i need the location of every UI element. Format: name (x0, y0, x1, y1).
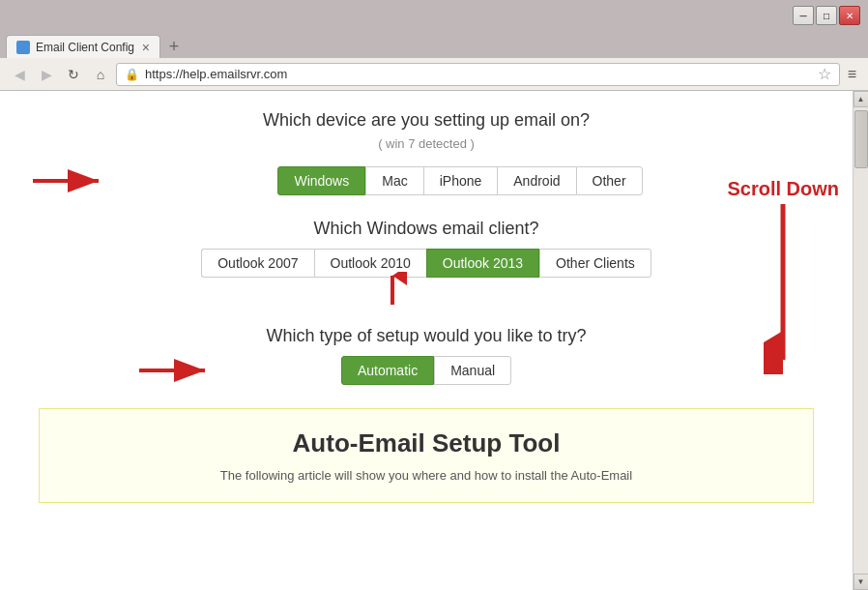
window-controls[interactable]: ─ □ ✕ (793, 6, 860, 25)
scroll-down-annotation: Scroll Down (727, 178, 839, 374)
question3-text: Which type of setup would you like to tr… (39, 326, 814, 346)
client-arrow-annotation (378, 272, 407, 310)
device-button-group: Windows Mac iPhone Android Other (39, 166, 814, 195)
nav-bar: ◀ ▶ ↻ ⌂ 🔒 https://help.emailsrvr.com ☆ ≡ (0, 58, 868, 91)
scroll-down-arrow-icon (764, 200, 802, 374)
device-section: Which device are you setting up email on… (39, 110, 814, 195)
other-clients-button[interactable]: Other Clients (539, 249, 651, 278)
url-text: https://help.emailsrvr.com (145, 67, 812, 81)
scroll-track[interactable] (854, 107, 869, 574)
address-bar[interactable]: 🔒 https://help.emailsrvr.com ☆ (116, 63, 840, 86)
reload-button[interactable]: ↻ (62, 63, 85, 86)
outlook2013-button[interactable]: Outlook 2013 (426, 249, 539, 278)
browser-menu-icon[interactable]: ≡ (844, 66, 860, 83)
scroll-down-button[interactable]: ▼ (854, 574, 869, 590)
yellow-box-title: Auto-Email Setup Tool (59, 428, 794, 458)
detected-text: ( win 7 detected ) (39, 136, 814, 151)
up-arrow-icon (378, 272, 407, 307)
outlook2010-button[interactable]: Outlook 2010 (314, 249, 426, 278)
mac-button[interactable]: Mac (365, 166, 422, 195)
android-button[interactable]: Android (497, 166, 575, 195)
setup-buttons: Automatic Manual (341, 356, 511, 385)
home-button[interactable]: ⌂ (89, 63, 112, 86)
right-arrow-icon (29, 163, 106, 198)
automatic-button[interactable]: Automatic (341, 356, 434, 385)
browser-tab[interactable]: Email Client Config × (6, 35, 160, 58)
iphone-button[interactable]: iPhone (423, 166, 498, 195)
scroll-up-button[interactable]: ▲ (854, 91, 869, 107)
client-buttons: Outlook 2007 Outlook 2010 Outlook 2013 O… (201, 249, 651, 278)
scrollbar[interactable]: ▲ ▼ (853, 91, 868, 590)
scroll-thumb[interactable] (854, 110, 868, 168)
outlook2007-button[interactable]: Outlook 2007 (201, 249, 313, 278)
content-area: Which device are you setting up email on… (0, 91, 853, 590)
right-arrow-2-icon (135, 353, 213, 388)
page-content: Which device are you setting up email on… (0, 91, 868, 590)
tab-close-button[interactable]: × (142, 41, 150, 54)
lock-icon: 🔒 (125, 68, 139, 81)
forward-button[interactable]: ▶ (35, 63, 58, 86)
tab-bar: Email Client Config × + (0, 31, 868, 58)
device-buttons: Windows Mac iPhone Android Other (277, 166, 642, 195)
windows-button[interactable]: Windows (277, 166, 365, 195)
maximize-button[interactable]: □ (816, 6, 837, 25)
back-button[interactable]: ◀ (8, 63, 31, 86)
yellow-info-box: Auto-Email Setup Tool The following arti… (39, 408, 814, 503)
setup-button-group: Automatic Manual (39, 356, 814, 385)
tab-favicon (16, 41, 30, 54)
client-button-group: Outlook 2007 Outlook 2010 Outlook 2013 O… (39, 249, 814, 278)
title-bar (0, 0, 868, 31)
client-section: Which Windows email client? Outlook 2007… (39, 219, 814, 278)
scroll-down-text: Scroll Down (727, 178, 839, 200)
setup-arrow-annotation (135, 353, 213, 388)
setup-section: Which type of setup would you like to tr… (39, 326, 814, 385)
yellow-box-desc: The following article will show you wher… (59, 468, 794, 483)
new-tab-button[interactable]: + (160, 35, 188, 58)
question2-text: Which Windows email client? (39, 219, 814, 239)
bookmark-star-icon[interactable]: ☆ (818, 65, 831, 83)
question1-text: Which device are you setting up email on… (39, 110, 814, 131)
close-button[interactable]: ✕ (839, 6, 860, 25)
other-button[interactable]: Other (576, 166, 643, 195)
manual-button[interactable]: Manual (434, 356, 511, 385)
tab-label: Email Client Config (36, 41, 136, 54)
device-arrow-annotation (29, 163, 106, 198)
minimize-button[interactable]: ─ (793, 6, 814, 25)
